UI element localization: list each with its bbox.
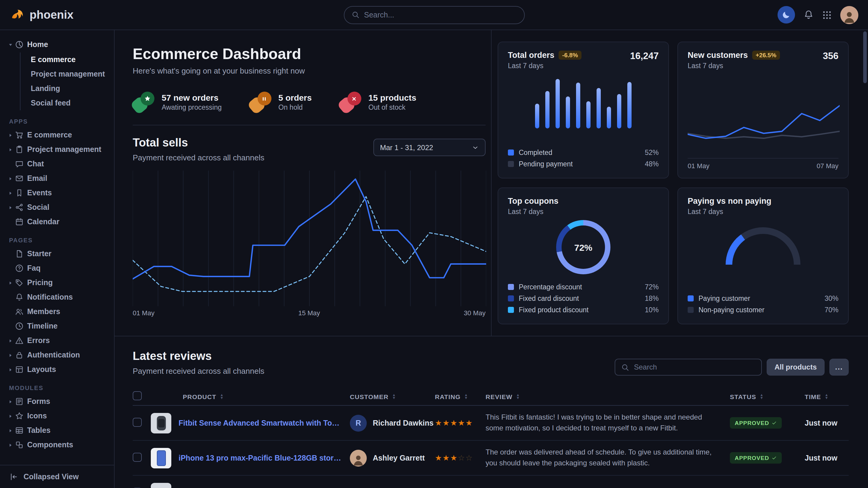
clock-icon xyxy=(15,322,27,330)
grid-icon xyxy=(822,10,832,20)
paying-title: Paying vs non paying xyxy=(688,197,772,205)
total-sells-title: Total sells xyxy=(133,136,264,150)
sidebar-item-home[interactable]: Home xyxy=(8,37,108,52)
all-products-button[interactable]: All products xyxy=(767,359,825,376)
sidebar-item-timeline[interactable]: Timeline xyxy=(8,319,108,333)
sidebar-item-email[interactable]: Email xyxy=(8,171,108,186)
column-header-customer[interactable]: CUSTOMER▲▼ xyxy=(350,393,435,400)
global-search[interactable] xyxy=(343,6,525,24)
product-link[interactable]: iPhone 13 pro max-Pacific Blue-128GB sto… xyxy=(179,454,341,462)
notifications-button[interactable] xyxy=(803,10,814,20)
caret-right-icon xyxy=(8,338,15,343)
reviews-search-input[interactable] xyxy=(634,363,755,371)
phone-glyph xyxy=(157,450,165,466)
sidebar-item-errors[interactable]: Errors xyxy=(8,333,108,348)
sidebar-item-label: E commerce xyxy=(27,131,72,139)
sidebar-item-label: Timeline xyxy=(27,322,58,330)
sidebar-item-project-management[interactable]: Project management xyxy=(8,142,108,157)
sidebar-item-faq[interactable]: Faq xyxy=(8,261,108,275)
clipboard-icon xyxy=(15,145,27,154)
legend-swatch xyxy=(688,295,694,301)
legend-label: Fixed product discount xyxy=(519,306,588,313)
legend-value: 48% xyxy=(645,160,659,167)
star-icon xyxy=(133,92,154,112)
sidebar-subitem-e-commerce[interactable]: E commerce xyxy=(21,53,108,67)
sidebar-subitem-landing[interactable]: Landing xyxy=(21,82,108,96)
caret-right-icon xyxy=(8,205,15,209)
customer-name[interactable]: Ashley Garrett xyxy=(373,454,425,462)
legend-item-completed: Completed 52% xyxy=(508,147,659,158)
customer-name[interactable]: Richard Dawkins xyxy=(373,419,433,427)
total-orders-legend: Completed 52% Pending payment 48% xyxy=(508,147,659,169)
order-bar xyxy=(535,103,539,128)
user-avatar[interactable] xyxy=(840,6,858,24)
reviews-title: Latest reviews xyxy=(133,350,264,363)
stat-out-of-stock: 15 products Out of stock xyxy=(340,92,416,112)
total-sells-header: Total sells Payment received across all … xyxy=(133,136,486,162)
sidebar-item-chat[interactable]: Chat xyxy=(8,157,108,171)
reviews-search[interactable] xyxy=(615,359,762,376)
new-customers-chart xyxy=(688,98,838,158)
sidebar-item-components[interactable]: Components xyxy=(8,438,108,452)
order-bar xyxy=(556,79,560,128)
total-orders-card: Total orders -6.8% Last 7 days 16,247 Co… xyxy=(498,42,669,178)
global-search-input[interactable] xyxy=(364,10,517,19)
sidebar-item-members[interactable]: Members xyxy=(8,304,108,319)
x-icon xyxy=(340,92,361,112)
star-filled-icon: ★ xyxy=(458,418,465,427)
caret-right-icon xyxy=(8,148,15,152)
sidebar-item-icons[interactable]: Icons xyxy=(8,409,108,423)
sidebar-section-apps: APPS xyxy=(9,118,108,125)
form-icon xyxy=(15,397,27,406)
caret-down-icon xyxy=(8,42,15,47)
page-scrollbar[interactable] xyxy=(863,31,867,487)
column-header-rating[interactable]: RATING▲▼ xyxy=(435,393,486,400)
legend-value: 70% xyxy=(825,306,838,313)
select-all-checkbox[interactable] xyxy=(133,391,142,400)
sort-icon: ▲▼ xyxy=(516,393,520,399)
sidebar-item-label: Notifications xyxy=(27,293,73,301)
sidebar-item-e-commerce[interactable]: E commerce xyxy=(8,128,108,142)
sidebar-item-notifications[interactable]: Notifications xyxy=(8,290,108,304)
date-range-select[interactable]: Mar 1 - 31, 2022 xyxy=(373,139,486,156)
sidebar-subitem-project-management[interactable]: Project management xyxy=(21,67,108,82)
row-checkbox[interactable] xyxy=(133,418,142,426)
caret-right-icon xyxy=(8,399,15,403)
collapse-icon xyxy=(10,472,18,481)
stat-awating-processing: 57 new orders Awating processing xyxy=(133,92,222,112)
column-header-product[interactable]: PRODUCT▲▼ xyxy=(151,393,350,400)
x-axis-label: 07 May xyxy=(817,162,838,169)
sidebar-item-label: Home xyxy=(27,40,48,49)
sidebar-item-layouts[interactable]: Layouts xyxy=(8,362,108,377)
status-badge: APPROVED xyxy=(730,452,782,464)
sidebar-item-forms[interactable]: Forms xyxy=(8,394,108,409)
sidebar-item-pricing[interactable]: Pricing xyxy=(8,275,108,290)
row-checkbox[interactable] xyxy=(133,452,142,461)
sidebar-item-label: Errors xyxy=(27,336,50,345)
more-options-button[interactable]: ... xyxy=(829,359,849,376)
legend-swatch xyxy=(688,306,694,313)
sidebar-item-events[interactable]: Events xyxy=(8,186,108,200)
sidebar-item-starter[interactable]: Starter xyxy=(8,247,108,261)
column-header-time[interactable]: TIME▲▼ xyxy=(805,393,849,400)
review-text: This Fitbit is fantastic! I was trying t… xyxy=(486,412,730,433)
sidebar-item-social[interactable]: Social xyxy=(8,200,108,215)
sidebar-item-calendar[interactable]: Calendar xyxy=(8,215,108,229)
brand[interactable]: phoenix xyxy=(10,7,73,23)
sidebar-item-label: Forms xyxy=(27,397,50,406)
legend-label: Pending payment xyxy=(519,160,573,167)
product-link[interactable]: Fitbit Sense Advanced Smartwatch with To… xyxy=(179,419,341,427)
apps-grid-button[interactable] xyxy=(822,10,832,20)
scrollbar-thumb[interactable] xyxy=(863,31,867,83)
caret-right-icon xyxy=(8,191,15,195)
users-icon xyxy=(15,307,27,316)
column-header-status[interactable]: STATUS▲▼ xyxy=(730,393,805,400)
calendar-icon xyxy=(15,218,27,226)
sidebar-item-tables[interactable]: Tables xyxy=(8,423,108,438)
collapsed-view-toggle[interactable]: Collapsed View xyxy=(0,464,114,488)
column-header-review[interactable]: REVIEW▲▼ xyxy=(486,393,730,400)
paying-gauge-chart xyxy=(726,227,801,265)
sidebar-subitem-social-feed[interactable]: Social feed xyxy=(21,96,108,110)
theme-toggle-button[interactable] xyxy=(777,6,795,24)
sidebar-item-authentication[interactable]: Authentication xyxy=(8,348,108,362)
